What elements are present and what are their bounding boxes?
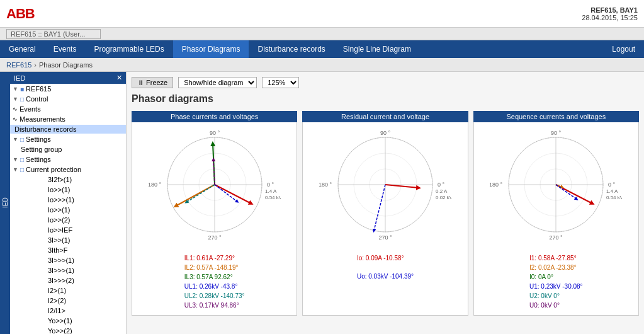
freeze-button[interactable]: ⏸ Freeze [132, 77, 173, 88]
pause-icon: ⏸ [137, 79, 144, 86]
abb-logo: ABB [6, 6, 35, 22]
sidebar-item-settings-top[interactable]: ▼ □ Settings [10, 134, 126, 144]
list-item-io4[interactable]: Io>>(2) [10, 215, 126, 225]
list-item-3i1[interactable]: 3I>>(1) [10, 235, 126, 245]
phasor-diagram-sequence: 90 ° 0 ° 180 ° 270 ° 1.4 A 0.54 kV [490, 125, 622, 251]
phase-val-il1: IL1: 0.61A -27.29° [184, 253, 245, 263]
list-item-io3[interactable]: Io>>(1) [10, 205, 126, 215]
panel-sequence-values: I1: 0.58A -27.85° I2: 0.02A -23.38° I0: … [526, 251, 587, 313]
svg-text:90 °: 90 ° [210, 130, 220, 136]
phase-val-il2: IL2: 0.57A -148.19° [184, 263, 245, 272]
title-bar: REF615 :: BAY1 (User... [0, 28, 644, 40]
nav-events[interactable]: Events [45, 40, 86, 58]
panel-sequence-body: 90 ° 0 ° 180 ° 270 ° 1.4 A 0.54 kV [473, 122, 639, 316]
list-item-ioief[interactable]: Io>>IEF [10, 225, 126, 235]
breadcrumb-root[interactable]: REF615 [6, 61, 31, 69]
nav-disturbance-records[interactable]: Disturbance records [249, 40, 334, 58]
nav-bar: General Events Programmable LEDs Phasor … [0, 40, 644, 58]
breadcrumb: REF615 › Phasor Diagrams [0, 58, 644, 72]
svg-line-12 [215, 185, 251, 204]
svg-text:0.2 A: 0.2 A [436, 188, 448, 194]
panel-residual-values: Io: 0.09A -10.58° Uo: 0.03kV -104.39° [353, 251, 417, 284]
sidebar-item-events[interactable]: ∿ Events [10, 104, 126, 114]
list-item-yo2[interactable]: Yo>>(2) [10, 326, 126, 334]
panel-sequence: Sequence currents and voltages 90 ° 0 [473, 111, 639, 316]
phase-val-ul1: UL1: 0.26kV -43.8° [184, 282, 245, 291]
phase-val-il3: IL3: 0.57A 92.62° [184, 272, 245, 282]
breadcrumb-sep: › [34, 61, 37, 69]
list-item-i2b[interactable]: I2>(2) [10, 296, 126, 306]
panel-residual: Residual current and voltage 90 ° 0 ° [302, 111, 468, 316]
svg-text:0 °: 0 ° [267, 181, 274, 188]
svg-line-13 [176, 185, 215, 206]
main-layout: IED IED ✕ ▼ ■ REF615 ▼ □ Control ∿ Event… [0, 72, 644, 334]
list-item-3ithf[interactable]: 3Ith>F [10, 245, 126, 255]
seq-val-u1: U1: 0.23kV -30.08° [529, 282, 583, 291]
svg-text:0 °: 0 ° [438, 181, 445, 188]
svg-line-46 [556, 185, 577, 199]
svg-text:1.4 A: 1.4 A [265, 188, 277, 194]
content-inner: ⏸ Freeze Show/hide diagram 125% Phasor d… [127, 72, 644, 334]
phasor-diagram-residual: 90 ° 0 ° 180 ° 270 ° 0.2 A 0.02 kV [319, 125, 451, 251]
list-item-3i2f[interactable]: 3I2f>(1) [10, 175, 126, 185]
list-item-io2[interactable]: Io>>>(1) [10, 195, 126, 205]
phasor-diagram-phase: 90 ° 0 ° 180 ° 270 ° 1.4 A 0.54 kV [149, 125, 281, 251]
svg-line-30 [385, 185, 419, 188]
list-item-io1[interactable]: Io>>(1) [10, 185, 126, 195]
phase-val-ul3: UL3: 0.17kV 94.86° [184, 301, 245, 310]
zoom-select[interactable]: 125% [262, 77, 299, 88]
list-item-yo1[interactable]: Yo>>(1) [10, 316, 126, 326]
sidebar-item-current-protection[interactable]: ▼ □ Current protection [10, 164, 126, 175]
svg-line-16 [186, 185, 215, 202]
svg-text:270 °: 270 ° [208, 234, 222, 241]
nav-logout[interactable]: Logout [603, 40, 644, 58]
list-item-3i2[interactable]: 3I>>>(1) [10, 255, 126, 265]
svg-line-44 [556, 185, 592, 204]
residual-val-uo: Uo: 0.03kV -104.39° [357, 272, 414, 281]
phasor-panels: Phase currents and voltages [132, 111, 639, 316]
seq-val-u2: U2: 0kV 0° [529, 291, 583, 301]
seq-val-i1: I1: 0.58A -27.85° [529, 253, 583, 263]
folder-icon: ■ [20, 86, 24, 93]
sidebar-header: IED ✕ [10, 72, 126, 84]
svg-text:180 °: 180 ° [490, 181, 502, 188]
seq-val-u0: U0: 0kV 0° [529, 301, 583, 310]
list-item-i2a[interactable]: I2>(1) [10, 285, 126, 296]
expand-icon: ▼ [13, 86, 18, 92]
svg-text:180 °: 180 ° [149, 181, 161, 188]
sidebar: IED ✕ ▼ ■ REF615 ▼ □ Control ∿ Events [10, 72, 127, 334]
seq-val-i2: I2: 0.02A -23.38° [529, 263, 583, 272]
sidebar-item-settings-sub[interactable]: ▼ □ Settings [10, 154, 126, 164]
breadcrumb-current: Phasor Diagrams [39, 61, 93, 69]
nav-general[interactable]: General [0, 40, 45, 58]
nav-programmable-leds[interactable]: Programmable LEDs [85, 40, 172, 58]
content-area: ⏸ Freeze Show/hide diagram 125% Phasor d… [127, 72, 644, 334]
nav-single-line-diagram[interactable]: Single Line Diagram [334, 40, 420, 58]
list-item-3i3[interactable]: 3I>>>(1) [10, 265, 126, 275]
residual-val-io: Io: 0.09A -10.58° [357, 253, 414, 263]
header-info: REF615, BAY1 28.04.2015, 15:25 [582, 6, 638, 21]
sidebar-item-control[interactable]: ▼ □ Control [10, 94, 126, 104]
sidebar-item-disturbance-records[interactable]: Disturbance records [10, 124, 126, 134]
sidebar-item-measurements[interactable]: ∿ Measurements [10, 114, 126, 124]
svg-text:90 °: 90 ° [551, 130, 562, 136]
svg-text:1.4 A: 1.4 A [606, 188, 618, 194]
toolbar: ⏸ Freeze Show/hide diagram 125% [132, 77, 639, 88]
list-item-3i4[interactable]: 3I>>>(2) [10, 275, 126, 285]
ied-label: IED [0, 72, 10, 334]
svg-text:90 °: 90 ° [380, 130, 391, 136]
svg-text:270 °: 270 ° [378, 234, 392, 241]
svg-text:0 °: 0 ° [608, 181, 616, 188]
panel-phase-body: 90 ° 0 ° 180 ° 270 ° 1.4 A 0.54 kV [132, 122, 297, 316]
nav-phasor-diagrams[interactable]: Phasor Diagrams [173, 40, 249, 58]
sidebar-item-setting-group[interactable]: Setting group [10, 144, 126, 154]
seq-val-i0: I0: 0A 0° [529, 272, 583, 282]
phase-val-ul2: UL2: 0.28kV -140.73° [184, 291, 245, 301]
panel-residual-header: Residual current and voltage [302, 111, 468, 122]
sidebar-close-icon[interactable]: ✕ [116, 74, 122, 82]
main-content-wrapper: ⏸ Freeze Show/hide diagram 125% Phasor d… [127, 72, 644, 334]
svg-text:0.02 kV: 0.02 kV [436, 195, 451, 200]
list-item-i2i1[interactable]: I2/I1> [10, 306, 126, 316]
showhide-diagram-select[interactable]: Show/hide diagram [178, 77, 257, 88]
sidebar-item-ref615[interactable]: ▼ ■ REF615 [10, 84, 126, 94]
